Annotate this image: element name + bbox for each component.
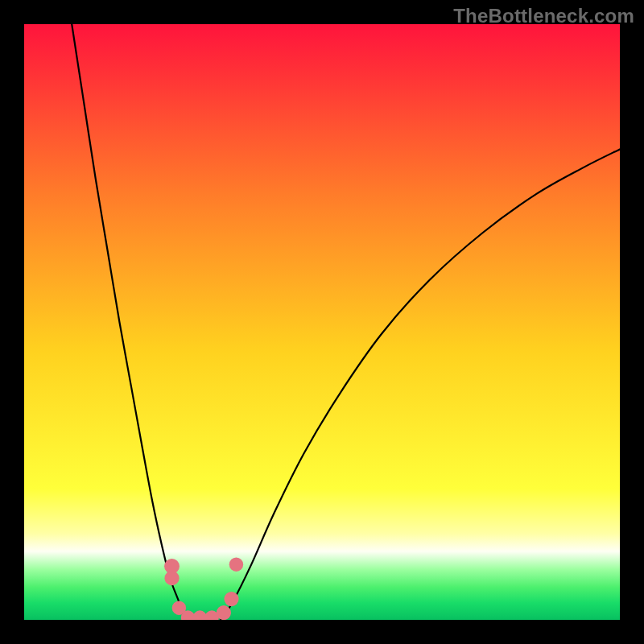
watermark-text: TheBottleneck.com <box>453 5 634 27</box>
curve-marker <box>224 592 238 606</box>
curve-markers <box>164 557 243 620</box>
curve-marker <box>164 571 179 585</box>
bottleneck-curve <box>24 24 620 620</box>
curve-marker <box>229 557 243 571</box>
curve-path <box>72 24 620 620</box>
curve-marker <box>217 605 231 620</box>
chart-frame: TheBottleneck.com <box>0 0 644 644</box>
plot-area <box>24 24 620 620</box>
curve-marker <box>193 610 207 620</box>
